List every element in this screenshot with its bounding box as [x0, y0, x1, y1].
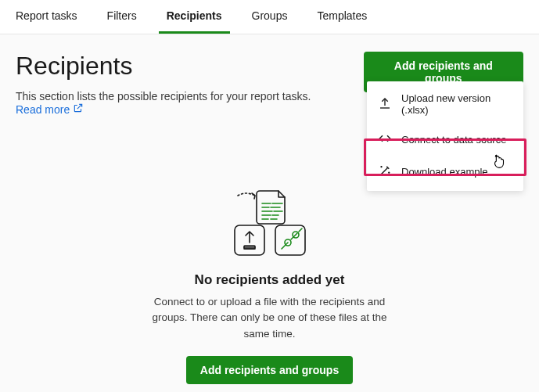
empty-state-description: Connect to or upload a file with the rec… — [145, 294, 395, 342]
magic-wand-icon — [378, 164, 392, 180]
tab-templates[interactable]: Templates — [309, 0, 375, 34]
read-more-label: Read more — [16, 103, 70, 116]
dropdown-download-example[interactable]: Download example — [367, 156, 523, 188]
dropdown-upload-label: Upload new version (.xlsx) — [401, 92, 512, 116]
page-description: This section lists the possible recipien… — [16, 90, 364, 116]
empty-state: No recipients added yet Connect to or up… — [16, 189, 523, 384]
dropdown-upload-new-version[interactable]: Upload new version (.xlsx) — [367, 85, 523, 124]
tabbar: Report tasks Filters Recipients Groups T… — [0, 0, 539, 34]
tab-report-tasks[interactable]: Report tasks — [8, 0, 85, 34]
tab-groups[interactable]: Groups — [244, 0, 296, 34]
add-recipients-button-empty[interactable]: Add recipients and groups — [186, 356, 353, 384]
empty-state-illustration — [224, 189, 316, 261]
page-title: Recipients — [16, 52, 364, 81]
code-icon — [378, 131, 392, 148]
page-description-text: This section lists the possible recipien… — [16, 90, 311, 102]
dropdown-download-label: Download example — [401, 166, 488, 178]
read-more-link[interactable]: Read more — [16, 102, 84, 116]
upload-icon — [378, 96, 392, 113]
dropdown-connect-data-source[interactable]: Connect to data source — [367, 124, 523, 156]
external-link-icon — [73, 102, 84, 116]
empty-state-title: No recipients added yet — [195, 272, 345, 288]
dropdown-connect-label: Connect to data source — [401, 134, 506, 146]
tab-recipients[interactable]: Recipients — [159, 0, 230, 34]
tab-filters[interactable]: Filters — [99, 0, 145, 34]
add-recipients-dropdown: Upload new version (.xlsx) Connect to da… — [367, 81, 523, 191]
